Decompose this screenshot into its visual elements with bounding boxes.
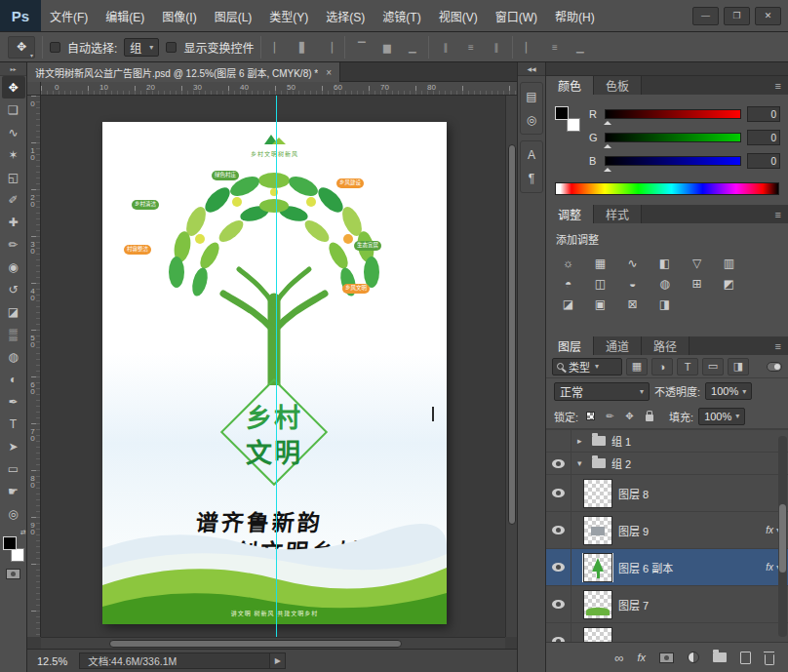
- selective-color-icon[interactable]: ◨: [649, 294, 681, 314]
- black-white-icon[interactable]: ◒: [616, 273, 649, 294]
- layer-row-6-copy-selected[interactable]: 图层 6 副本 fx ▾: [546, 549, 788, 586]
- curves-icon[interactable]: ∿: [616, 253, 649, 273]
- clone-source-panel-icon[interactable]: ◎: [520, 108, 543, 132]
- tab-channels[interactable]: 通道: [594, 336, 642, 355]
- document-tab[interactable]: 讲文明树新风公益广告图片.psd @ 12.5%(图层 6 副本, CMYK/8…: [27, 62, 340, 82]
- foreground-color-swatch[interactable]: [3, 536, 17, 550]
- threshold-icon[interactable]: ▣: [584, 294, 616, 314]
- lock-paint-button[interactable]: ✏: [603, 409, 617, 423]
- menu-view[interactable]: 视图(V): [430, 0, 487, 31]
- align-right-edges-button[interactable]: ▕: [319, 38, 337, 56]
- filter-smart-objects-button[interactable]: ◨: [728, 358, 749, 376]
- background-color-swatch[interactable]: [567, 118, 580, 132]
- tab-color[interactable]: 颜色: [546, 76, 594, 95]
- vertical-scrollbar[interactable]: [505, 96, 517, 637]
- minimize-button[interactable]: —: [692, 7, 719, 25]
- scrollbar-thumb[interactable]: [109, 640, 402, 648]
- fill-field[interactable]: 100% ▾: [698, 408, 745, 425]
- distribute-h-centers-button[interactable]: ≡: [461, 38, 480, 56]
- menu-select[interactable]: 选择(S): [317, 0, 374, 31]
- align-top-edges-button[interactable]: ▔: [352, 38, 371, 56]
- menu-window[interactable]: 窗口(W): [487, 0, 546, 31]
- tab-swatches[interactable]: 色板: [594, 76, 642, 95]
- menu-help[interactable]: 帮助(H): [546, 0, 604, 31]
- crop-tool[interactable]: ◱: [2, 166, 25, 188]
- canvas-viewport[interactable]: 乡村文明树新风: [41, 96, 505, 637]
- brush-tool[interactable]: ✏: [2, 233, 25, 256]
- rectangle-tool[interactable]: ▭: [2, 457, 25, 480]
- slider-thumb[interactable]: [604, 117, 611, 125]
- slider-thumb[interactable]: [604, 140, 611, 148]
- filter-pixel-layers-button[interactable]: ▦: [626, 358, 648, 376]
- layer-row-8[interactable]: 图层 8: [546, 475, 788, 512]
- background-color-swatch[interactable]: [11, 548, 24, 562]
- tab-paths[interactable]: 路径: [642, 336, 690, 355]
- distribute-left-button[interactable]: ∥: [436, 38, 454, 56]
- red-value-field[interactable]: 0: [747, 106, 780, 122]
- green-value-field[interactable]: 0: [747, 130, 780, 145]
- foreground-color-swatch[interactable]: [555, 106, 569, 120]
- swap-colors-icon[interactable]: ⇄: [20, 529, 26, 536]
- align-v-centers-button[interactable]: ▆: [377, 38, 396, 56]
- align-h-centers-button[interactable]: ▋: [294, 38, 312, 56]
- restore-button[interactable]: ❐: [724, 7, 750, 25]
- move-tool[interactable]: ✥: [2, 76, 25, 99]
- close-tab-icon[interactable]: ×: [326, 67, 332, 78]
- expand-panels-button[interactable]: ◀◀: [518, 62, 545, 76]
- hand-tool[interactable]: ☛: [2, 480, 25, 502]
- character-panel-icon[interactable]: A: [520, 143, 543, 167]
- visibility-toggle[interactable]: [546, 453, 571, 474]
- layer-row-group-1[interactable]: ▸ 组 1: [546, 430, 788, 453]
- vibrance-icon[interactable]: ▥: [713, 253, 745, 273]
- type-tool[interactable]: T: [2, 413, 25, 435]
- expand-triangle-icon[interactable]: ▸: [577, 436, 586, 446]
- gradient-map-icon[interactable]: ⊠: [616, 294, 649, 314]
- blue-slider[interactable]: [605, 156, 741, 166]
- filter-kind-dropdown[interactable]: 类型 ▾: [552, 358, 622, 376]
- hue-saturation-icon[interactable]: ◓: [552, 273, 584, 294]
- blur-tool[interactable]: ◍: [2, 345, 25, 368]
- zoom-level-field[interactable]: 12.5%: [37, 655, 67, 667]
- adjustment-more-icon[interactable]: ▽: [681, 253, 713, 273]
- brightness-contrast-icon[interactable]: ☼: [552, 253, 584, 273]
- filter-shape-layers-button[interactable]: ▭: [702, 358, 724, 376]
- visibility-toggle[interactable]: [546, 549, 571, 585]
- exposure-icon[interactable]: ◧: [649, 253, 681, 273]
- spot-healing-brush-tool[interactable]: ✚: [2, 211, 25, 233]
- clone-stamp-tool[interactable]: ◉: [2, 256, 25, 278]
- align-left-edges-button[interactable]: ▏: [268, 38, 287, 56]
- quick-selection-tool[interactable]: ✶: [2, 143, 25, 166]
- menu-file[interactable]: 文件(F): [41, 0, 97, 31]
- distribute-top-button[interactable]: ▏: [520, 38, 538, 56]
- filter-toggle-switch[interactable]: [767, 362, 782, 372]
- gradient-tool[interactable]: ▒: [2, 323, 25, 345]
- layer-row-9[interactable]: 图层 9 fx ▾: [546, 512, 788, 549]
- filter-adjustment-layers-button[interactable]: ◑: [651, 358, 673, 376]
- paragraph-panel-icon[interactable]: ¶: [520, 167, 543, 190]
- collapse-tools-button[interactable]: ▸▸: [0, 62, 26, 76]
- history-brush-tool[interactable]: ↺: [2, 278, 25, 300]
- invert-icon[interactable]: ◩: [713, 273, 745, 294]
- layer-thumbnail[interactable]: [583, 590, 612, 619]
- scrollbar-thumb[interactable]: [779, 504, 786, 573]
- opacity-field[interactable]: 100% ▾: [705, 382, 752, 400]
- lock-position-button[interactable]: ✥: [622, 409, 637, 423]
- dodge-tool[interactable]: ◐: [2, 368, 25, 390]
- visibility-toggle[interactable]: [546, 475, 571, 511]
- panel-menu-icon[interactable]: ≡: [775, 205, 788, 223]
- add-layer-mask-button[interactable]: [659, 652, 674, 663]
- menu-type[interactable]: 类型(Y): [260, 0, 317, 31]
- distribute-bottom-button[interactable]: ▁: [571, 38, 589, 56]
- layer-list-scrollbar[interactable]: [778, 436, 787, 637]
- auto-select-checkbox[interactable]: [50, 42, 60, 53]
- eyedropper-tool[interactable]: ✐: [2, 188, 25, 211]
- color-spectrum-ramp[interactable]: [555, 182, 779, 195]
- menu-image[interactable]: 图像(I): [153, 0, 205, 31]
- new-layer-button[interactable]: [740, 652, 751, 664]
- visibility-toggle[interactable]: [546, 586, 571, 622]
- menu-edit[interactable]: 编辑(E): [97, 0, 153, 31]
- distribute-right-button[interactable]: ∥: [487, 38, 505, 56]
- layer-thumbnail[interactable]: [583, 516, 612, 545]
- eraser-tool[interactable]: ◪: [2, 300, 25, 323]
- align-bottom-edges-button[interactable]: ▁: [403, 38, 421, 56]
